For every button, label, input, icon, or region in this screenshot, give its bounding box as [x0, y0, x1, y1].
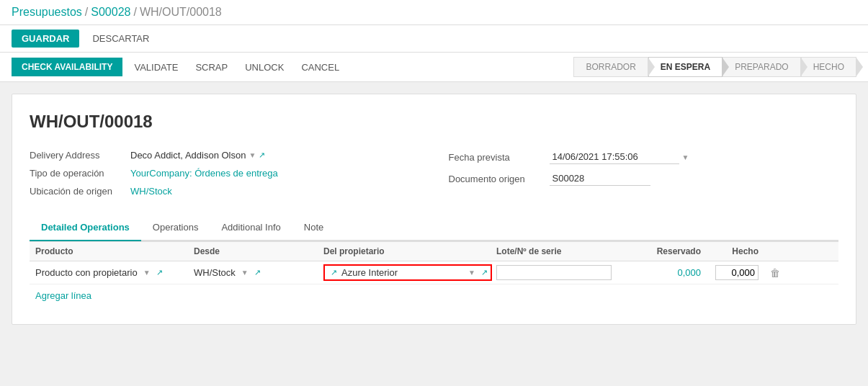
status-hecho: HECHO	[801, 57, 856, 77]
fecha-prevista-dropdown-icon[interactable]: ▼	[682, 153, 689, 161]
tipo-operacion-value[interactable]: YourCompany: Órdenes de entrega	[130, 168, 278, 179]
col-lote: Lote/Nº de serie	[491, 246, 635, 256]
desde-value[interactable]: WH/Stock	[194, 267, 236, 278]
ubicacion-origen-value[interactable]: WH/Stock	[130, 186, 172, 197]
discard-button[interactable]: DESCARTAR	[85, 30, 156, 48]
documento-origen-label: Documento origen	[449, 174, 550, 184]
td-delete: 🗑	[764, 267, 786, 279]
delivery-address-ext-icon[interactable]: ↗	[259, 151, 265, 160]
breadcrumb: Presupuestos / S00028 / WH/OUT/00018	[0, 0, 868, 25]
col-producto: Producto	[30, 246, 188, 256]
col-actions	[764, 246, 786, 256]
status-en-espera: EN ESPERA	[648, 57, 722, 77]
fecha-prevista-row: Fecha prevista ▼	[449, 146, 839, 168]
reservado-value: 0,000	[677, 267, 701, 278]
col-hecho: Hecho	[707, 246, 764, 256]
tipo-operacion-row: Tipo de operación YourCompany: Órdenes d…	[30, 164, 420, 182]
check-availability-button[interactable]: CHECK AVAILABILITY	[12, 58, 122, 76]
table-row: Producto con propietario ▼ ↗ WH/Stock ▼ …	[30, 261, 838, 284]
lote-input[interactable]	[496, 265, 612, 280]
td-lote[interactable]	[491, 265, 635, 280]
td-producto: Producto con propietario ▼ ↗	[30, 267, 188, 278]
tab-detailed-operations[interactable]: Detailed Operations	[30, 215, 141, 241]
desde-ext-icon[interactable]: ↗	[254, 268, 261, 277]
form-fields: Delivery Address Deco Addict, Addison Ol…	[30, 146, 838, 200]
producto-value[interactable]: Producto con propietario	[35, 267, 138, 278]
col-desde: Desde	[188, 246, 318, 256]
tabs: Detailed Operations Operations Additiona…	[30, 215, 838, 241]
producto-ext-icon[interactable]: ↗	[156, 268, 163, 277]
ubicacion-origen-label: Ubicación de origen	[30, 186, 130, 197]
status-bar: BORRADOR EN ESPERA PREPARADO HECHO	[573, 57, 856, 77]
validate-button[interactable]: VALIDATE	[125, 58, 187, 77]
save-button[interactable]: GUARDAR	[12, 30, 79, 48]
status-borrador: BORRADOR	[573, 57, 648, 77]
owner-input[interactable]	[341, 267, 462, 278]
documento-origen-row: Documento origen	[449, 168, 839, 189]
owner-dropdown-icon[interactable]: ▼	[468, 269, 475, 277]
td-hecho[interactable]	[707, 265, 764, 280]
producto-dropdown-icon[interactable]: ▼	[143, 269, 151, 277]
owner-dropdown[interactable]: ↗ ▼ ↗	[328, 267, 488, 278]
desde-dropdown-icon[interactable]: ▼	[241, 269, 249, 277]
col-reservado: Reservado	[635, 246, 707, 256]
owner-link-icon[interactable]: ↗	[481, 268, 488, 277]
breadcrumb-current: WH/OUT/00018	[140, 6, 222, 19]
main-content: WH/OUT/00018 Delivery Address Deco Addic…	[12, 94, 856, 325]
status-preparado: PREPARADO	[722, 57, 800, 77]
tab-operations[interactable]: Operations	[141, 215, 210, 241]
breadcrumb-s00028[interactable]: S00028	[91, 6, 130, 19]
owner-ext-icon[interactable]: ↗	[331, 268, 337, 277]
cancel-button[interactable]: CANCEL	[292, 58, 348, 77]
hecho-input[interactable]	[715, 265, 759, 280]
scrap-button[interactable]: SCRAP	[187, 58, 236, 77]
delivery-address-dropdown-icon[interactable]: ▼	[249, 151, 256, 159]
td-reservado: 0,000	[635, 267, 707, 278]
col-del-propietario: Del propietario	[318, 246, 491, 256]
tipo-operacion-label: Tipo de operación	[30, 168, 130, 179]
fecha-prevista-label: Fecha prevista	[449, 152, 550, 163]
action-bar: CHECK AVAILABILITY VALIDATE SCRAP UNLOCK…	[0, 53, 868, 82]
tab-additional-info[interactable]: Additional Info	[210, 215, 292, 241]
table-header: Producto Desde Del propietario Lote/Nº d…	[30, 241, 838, 261]
breadcrumb-presupuestos[interactable]: Presupuestos	[12, 6, 82, 19]
td-desde: WH/Stock ▼ ↗	[188, 267, 318, 278]
delivery-address-value[interactable]: Deco Addict, Addison Olson	[130, 150, 246, 161]
documento-origen-input[interactable]	[550, 171, 650, 186]
del-propietario-cell: ↗ ▼ ↗	[323, 264, 492, 281]
save-bar: GUARDAR DESCARTAR	[0, 25, 868, 53]
tab-note[interactable]: Note	[292, 215, 335, 241]
td-del-propietario: ↗ ▼ ↗	[318, 264, 491, 281]
delete-row-button[interactable]: 🗑	[770, 267, 780, 279]
document-title: WH/OUT/00018	[30, 112, 838, 132]
unlock-button[interactable]: UNLOCK	[236, 58, 292, 77]
fecha-prevista-input[interactable]	[550, 150, 679, 164]
delivery-address-label: Delivery Address	[30, 150, 130, 161]
add-line[interactable]: Agregar línea	[30, 284, 97, 307]
delivery-address-row: Delivery Address Deco Addict, Addison Ol…	[30, 146, 420, 164]
ubicacion-origen-row: Ubicación de origen WH/Stock	[30, 182, 420, 200]
detailed-operations-table: Producto Desde Del propietario Lote/Nº d…	[30, 241, 838, 307]
